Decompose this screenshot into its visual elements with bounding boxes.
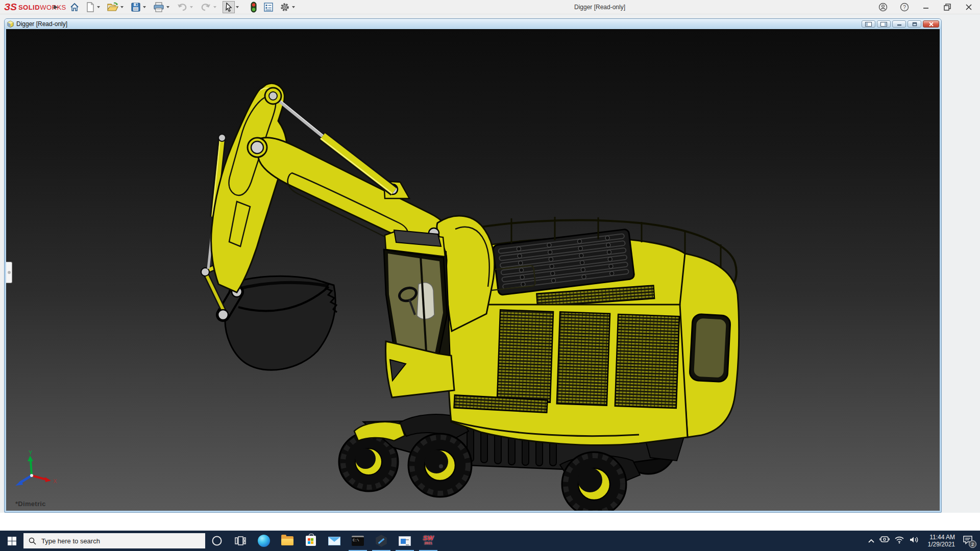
new-document-button[interactable] bbox=[85, 1, 96, 13]
start-button[interactable] bbox=[0, 531, 23, 551]
mail-icon bbox=[328, 537, 340, 545]
doc-minimize-button[interactable] bbox=[892, 20, 906, 28]
open-dropdown[interactable] bbox=[120, 6, 124, 8]
solidworks-logo-glyph: ЗS bbox=[4, 2, 17, 13]
triad-y-label: Y bbox=[29, 449, 33, 456]
doc-restore-button[interactable] bbox=[908, 20, 921, 28]
meet-now-icon bbox=[879, 536, 890, 544]
save-button[interactable] bbox=[130, 1, 142, 13]
meet-now-button[interactable] bbox=[879, 536, 890, 546]
help-button[interactable]: ? bbox=[897, 1, 912, 13]
redo-icon bbox=[200, 2, 211, 12]
undo-dropdown[interactable] bbox=[190, 6, 193, 8]
new-document-icon bbox=[86, 2, 95, 12]
right-pane-icon bbox=[880, 22, 887, 27]
hexagon-app-icon bbox=[375, 535, 387, 547]
cab bbox=[384, 230, 454, 397]
print-icon bbox=[153, 2, 164, 12]
open-button[interactable] bbox=[106, 1, 119, 13]
print-dropdown[interactable] bbox=[166, 6, 169, 8]
left-pane-icon bbox=[865, 22, 872, 27]
hexagon-app-button[interactable] bbox=[370, 531, 393, 551]
settings-button[interactable] bbox=[279, 1, 291, 13]
window-app-button[interactable] bbox=[393, 531, 416, 551]
collapsed-pane-tab[interactable] bbox=[6, 262, 12, 283]
view-orientation-label: *Dimetric bbox=[15, 500, 46, 508]
desktop-strip bbox=[0, 513, 980, 531]
menu-expand-arrow[interactable]: ▶ bbox=[54, 4, 58, 10]
store-button[interactable] bbox=[299, 531, 323, 551]
undo-icon bbox=[177, 2, 188, 12]
window-app-icon bbox=[399, 536, 411, 546]
minimize-button[interactable] bbox=[919, 1, 933, 13]
account-icon bbox=[878, 3, 888, 12]
save-icon bbox=[131, 2, 141, 12]
help-icon: ? bbox=[900, 3, 909, 12]
solidworks-taskbar-icon: SW2021 bbox=[423, 536, 434, 546]
store-icon bbox=[306, 536, 316, 546]
action-center-button[interactable]: 2 bbox=[963, 535, 973, 546]
wifi-icon bbox=[894, 536, 904, 544]
restore-button[interactable] bbox=[940, 1, 954, 13]
doc-close-button[interactable] bbox=[923, 20, 939, 28]
gear-icon bbox=[280, 2, 290, 12]
side-panel bbox=[448, 305, 688, 445]
edge-button[interactable] bbox=[252, 531, 276, 551]
options-list-button[interactable] bbox=[262, 1, 275, 13]
taskbar-clock[interactable]: 11:44 AM 1/29/2021 bbox=[928, 534, 955, 548]
open-icon bbox=[107, 2, 118, 12]
chevron-up-icon bbox=[868, 538, 875, 543]
3d-model-digger[interactable]: Y X bbox=[6, 29, 940, 511]
select-tool-button[interactable] bbox=[223, 1, 235, 13]
minimize-icon bbox=[922, 4, 929, 11]
account-button[interactable] bbox=[876, 1, 890, 13]
settings-dropdown[interactable] bbox=[292, 6, 295, 8]
hidden-icons-button[interactable] bbox=[868, 536, 875, 545]
right-pane-button[interactable] bbox=[877, 20, 891, 28]
triad-x-label: X bbox=[53, 478, 57, 484]
wifi-button[interactable] bbox=[894, 536, 904, 546]
command-prompt-icon: C:\ bbox=[352, 536, 364, 546]
home-icon bbox=[69, 2, 80, 12]
file-explorer-button[interactable] bbox=[276, 531, 299, 551]
select-tool-dropdown[interactable] bbox=[236, 6, 239, 8]
volume-button[interactable] bbox=[909, 536, 919, 546]
pane-tab-dot bbox=[8, 271, 11, 274]
search-icon bbox=[29, 537, 36, 545]
cortana-icon bbox=[211, 535, 223, 546]
edge-icon bbox=[258, 535, 270, 547]
taskbar-search[interactable]: Type here to search bbox=[23, 533, 205, 548]
assembly-doc-icon bbox=[7, 20, 14, 28]
doc-close-icon bbox=[928, 22, 934, 27]
task-view-button[interactable] bbox=[229, 531, 252, 551]
rebuild-button[interactable] bbox=[249, 1, 258, 13]
command-prompt-button[interactable]: C:\ bbox=[346, 531, 370, 551]
undo-button[interactable] bbox=[176, 1, 189, 13]
mid-pin bbox=[251, 141, 263, 154]
left-pane-button[interactable] bbox=[862, 20, 875, 28]
front-fender bbox=[354, 422, 405, 441]
print-button[interactable] bbox=[152, 1, 165, 13]
home-button[interactable] bbox=[68, 1, 81, 13]
close-icon bbox=[965, 4, 972, 11]
document-titlebar[interactable]: Digger [Read-only] bbox=[5, 19, 941, 29]
redo-dropdown[interactable] bbox=[213, 6, 216, 8]
graphics-viewport[interactable]: Y X *Dimetric bbox=[6, 29, 940, 511]
options-list-icon bbox=[263, 2, 274, 12]
doc-restore-icon bbox=[912, 22, 917, 27]
wheel-rear-near bbox=[562, 452, 626, 511]
save-dropdown[interactable] bbox=[143, 6, 146, 8]
file-explorer-icon bbox=[281, 536, 293, 545]
clock-time: 11:44 AM bbox=[929, 534, 955, 541]
redo-button[interactable] bbox=[199, 1, 212, 13]
reference-triad: Y X bbox=[15, 449, 57, 486]
cortana-button[interactable] bbox=[205, 531, 229, 551]
mail-button[interactable] bbox=[323, 531, 346, 551]
new-document-dropdown[interactable] bbox=[97, 6, 100, 8]
solidworks-button[interactable]: SW2021 bbox=[416, 531, 440, 551]
taskbar: Type here to search C:\ SW2021 bbox=[0, 531, 980, 551]
stoplight-icon bbox=[250, 2, 257, 13]
close-button[interactable] bbox=[962, 1, 976, 13]
clock-date: 1/29/2021 bbox=[928, 541, 955, 548]
document-window: Digger [Read-only] bbox=[4, 18, 942, 513]
